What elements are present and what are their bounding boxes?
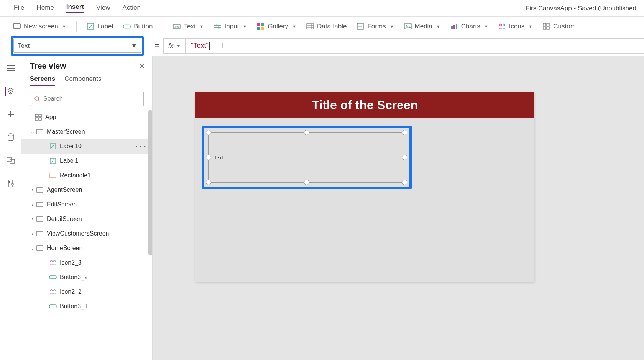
- custom-dropdown[interactable]: Custom: [542, 23, 576, 30]
- new-screen-button[interactable]: New screen ▼: [13, 23, 66, 30]
- resize-handle[interactable]: [206, 155, 211, 160]
- input-dropdown[interactable]: Input ▼: [214, 23, 247, 30]
- tree-node-viewcustomersscreen[interactable]: ›ViewCustomersScreen: [21, 226, 152, 241]
- separator: [76, 21, 77, 32]
- menu-view[interactable]: View: [96, 4, 110, 13]
- rail-advanced-icon[interactable]: [6, 178, 15, 188]
- tab-screens[interactable]: Screens: [30, 75, 55, 86]
- rail-hamburger-icon[interactable]: [6, 64, 15, 73]
- menu-file[interactable]: File: [14, 4, 24, 13]
- chevron-down-icon: ▼: [528, 24, 532, 29]
- chevron-down-icon: ▼: [62, 24, 66, 29]
- icons-dropdown-label: Icons: [509, 23, 525, 30]
- tree-node-icon2_2[interactable]: Icon2_2: [21, 285, 152, 299]
- text-dropdown[interactable]: Abc Text ▼: [173, 23, 204, 30]
- button-icon: [49, 303, 57, 310]
- svg-rect-25: [451, 26, 453, 29]
- resize-handle[interactable]: [206, 180, 211, 185]
- selected-label-text: Text: [214, 155, 223, 160]
- scrollbar[interactable]: [148, 110, 152, 255]
- label-button[interactable]: Label: [87, 23, 113, 30]
- property-selector[interactable]: Text ▼: [13, 39, 141, 53]
- icons-icon: [498, 23, 506, 30]
- fx-button[interactable]: fx ▼: [163, 38, 186, 54]
- node-more-icon[interactable]: • • •: [133, 143, 148, 149]
- charts-dropdown[interactable]: Charts ▼: [450, 23, 488, 30]
- tree-node-detailscreen[interactable]: ›DetailScreen: [21, 212, 152, 226]
- svg-point-29: [503, 24, 504, 26]
- resize-handle[interactable]: [304, 130, 309, 135]
- icons-dropdown[interactable]: Icons ▼: [498, 23, 533, 30]
- tab-components[interactable]: Components: [64, 75, 101, 86]
- tree-search[interactable]: [30, 92, 144, 106]
- svg-rect-66: [49, 305, 56, 308]
- property-selector-highlight: Text ▼: [11, 36, 144, 56]
- search-input[interactable]: [43, 95, 140, 102]
- tree-view-panel: Tree view ✕ Screens Components App⌄Maste…: [21, 56, 153, 360]
- screen-icon: [13, 23, 21, 30]
- chevron-down-icon: ▼: [436, 24, 440, 29]
- close-icon[interactable]: ✕: [139, 61, 145, 70]
- svg-point-62: [54, 260, 55, 262]
- app-title: FirstCanvasApp - Saved (Unpublished: [526, 5, 636, 12]
- svg-rect-48: [35, 114, 38, 117]
- resize-handle[interactable]: [402, 130, 407, 135]
- expand-toggle-icon[interactable]: ›: [29, 231, 36, 236]
- expand-toggle-icon[interactable]: ›: [29, 216, 36, 222]
- tree-node-button3_1[interactable]: Button3_1: [21, 299, 152, 314]
- forms-dropdown[interactable]: Forms ▼: [356, 23, 394, 30]
- expand-toggle-icon[interactable]: ›: [29, 202, 36, 207]
- tree-node-label10[interactable]: Label10• • •: [21, 139, 152, 154]
- svg-rect-56: [37, 188, 43, 192]
- tree-node-button3_2[interactable]: Button3_2: [21, 270, 152, 285]
- tree-node-agentscreen[interactable]: ›AgentScreen: [21, 183, 152, 197]
- tree-node-app[interactable]: App: [21, 110, 152, 124]
- equals-sign: =: [153, 41, 162, 51]
- text-icon: Abc: [173, 23, 181, 30]
- rail-treeview-icon[interactable]: [5, 87, 14, 96]
- svg-point-28: [499, 24, 501, 26]
- svg-point-8: [215, 24, 217, 26]
- gallery-dropdown[interactable]: Gallery ▼: [257, 23, 296, 30]
- tree-node-rectangle1[interactable]: Rectangle1: [21, 168, 152, 183]
- rail-media-icon[interactable]: [6, 155, 15, 165]
- screen-title-label[interactable]: Title of the Screen: [196, 92, 534, 118]
- resize-handle[interactable]: [402, 155, 407, 160]
- button-button[interactable]: Button: [123, 23, 153, 30]
- tree-node-masterscreen[interactable]: ⌄MasterScreen: [21, 124, 152, 139]
- tree-node-editscreen[interactable]: ›EditScreen: [21, 197, 152, 212]
- menu-insert[interactable]: Insert: [66, 3, 84, 13]
- screen-icon: [36, 201, 44, 208]
- tree-node-label1[interactable]: Label1: [21, 154, 152, 168]
- expand-toggle-icon[interactable]: ⌄: [29, 129, 36, 134]
- tree-node-homescreen[interactable]: ⌄HomeScreen: [21, 241, 152, 255]
- expand-toggle-icon[interactable]: ›: [29, 187, 36, 193]
- screen-icon: [36, 215, 44, 223]
- chevron-down-icon: ▼: [243, 24, 247, 29]
- resize-handle[interactable]: [304, 180, 309, 185]
- formula-input[interactable]: "Text" I: [186, 38, 644, 54]
- canvas-area[interactable]: Title of the Screen Text: [153, 56, 644, 360]
- menu-home[interactable]: Home: [36, 4, 54, 13]
- screen-canvas[interactable]: Title of the Screen Text: [196, 92, 534, 282]
- svg-rect-30: [543, 23, 546, 26]
- expand-toggle-icon[interactable]: ⌄: [29, 245, 36, 251]
- resize-handle[interactable]: [206, 130, 211, 135]
- datatable-button[interactable]: Data table: [306, 23, 347, 30]
- tree-tabs: Screens Components: [21, 73, 152, 86]
- rail-data-icon[interactable]: [6, 133, 15, 142]
- tree-node-label: DetailScreen: [47, 216, 82, 223]
- svg-point-9: [218, 26, 220, 28]
- gallery-icon: [257, 23, 264, 30]
- resize-handle[interactable]: [402, 180, 407, 185]
- rail-add-icon[interactable]: [6, 110, 15, 119]
- selected-label-control[interactable]: Text: [208, 132, 405, 183]
- app-icon: [34, 113, 42, 121]
- media-dropdown[interactable]: Media ▼: [404, 23, 440, 30]
- menu-action[interactable]: Action: [123, 4, 141, 13]
- input-icon: [214, 23, 222, 30]
- tree-node-label: AgentScreen: [47, 187, 82, 193]
- tree-node-icon2_3[interactable]: Icon2_3: [21, 255, 152, 270]
- input-dropdown-label: Input: [225, 23, 239, 30]
- svg-rect-14: [307, 24, 314, 29]
